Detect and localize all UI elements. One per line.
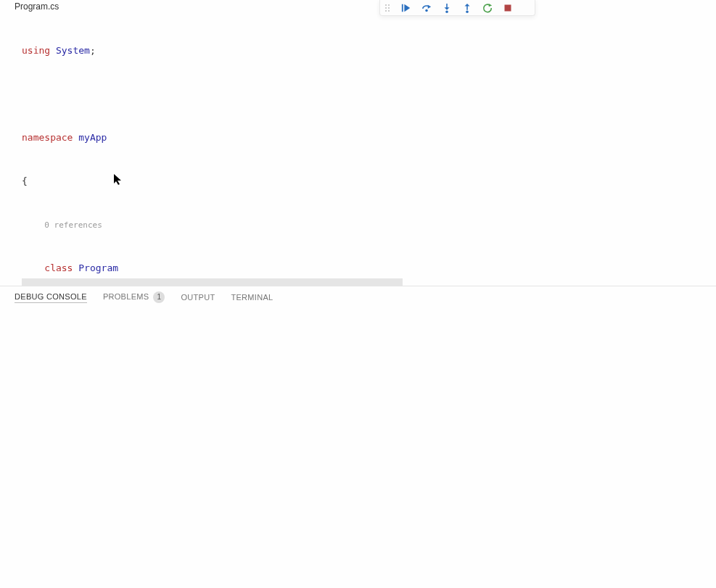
code-area: using System; namespace myApp { 0 refere…	[0, 15, 716, 286]
svg-rect-6	[402, 4, 403, 12]
panel-tab-bar: DEBUG CONSOLE PROBLEMS1 OUTPUT TERMINAL	[0, 286, 716, 309]
svg-rect-17	[505, 4, 511, 11]
tab-problems[interactable]: PROBLEMS1	[103, 291, 165, 305]
code-editor[interactable]: using System; namespace myApp { 0 refere…	[0, 15, 716, 286]
svg-point-2	[385, 7, 387, 9]
svg-point-5	[388, 10, 390, 12]
svg-point-0	[385, 4, 387, 6]
restart-icon[interactable]	[482, 2, 493, 14]
svg-marker-16	[489, 3, 492, 6]
code-line: {	[0, 174, 716, 189]
tab-output[interactable]: OUTPUT	[181, 293, 215, 303]
svg-point-15	[466, 10, 469, 13]
code-line: 0 references	[0, 218, 716, 232]
code-line	[0, 87, 716, 102]
svg-point-9	[425, 9, 428, 12]
svg-marker-14	[465, 3, 470, 6]
code-line: using System;	[0, 44, 716, 58]
svg-marker-7	[404, 4, 410, 12]
svg-point-4	[385, 10, 387, 12]
horizontal-scrollbar[interactable]	[22, 278, 403, 286]
debug-toolbar	[379, 0, 535, 16]
step-over-icon[interactable]	[421, 2, 432, 14]
svg-point-3	[388, 7, 390, 9]
step-into-icon[interactable]	[441, 2, 453, 14]
tab-terminal[interactable]: TERMINAL	[231, 293, 273, 303]
tab-problems-label: PROBLEMS	[103, 292, 149, 301]
code-line: class Program	[0, 261, 716, 276]
debug-console-panel[interactable]	[0, 309, 716, 588]
problems-count-badge: 1	[153, 291, 165, 303]
svg-marker-8	[428, 4, 431, 8]
tab-debug-console[interactable]: DEBUG CONSOLE	[15, 292, 87, 303]
drag-grip-icon[interactable]	[384, 4, 392, 12]
svg-point-1	[388, 4, 390, 6]
continue-icon[interactable]	[400, 2, 412, 14]
svg-marker-11	[445, 7, 450, 10]
tab-filename: Program.cs	[15, 1, 59, 12]
code-line: namespace myApp	[0, 131, 716, 145]
step-out-icon[interactable]	[461, 2, 473, 14]
svg-point-12	[445, 10, 448, 13]
stop-icon[interactable]	[502, 2, 514, 14]
editor-tab[interactable]: Program.cs	[0, 0, 716, 15]
